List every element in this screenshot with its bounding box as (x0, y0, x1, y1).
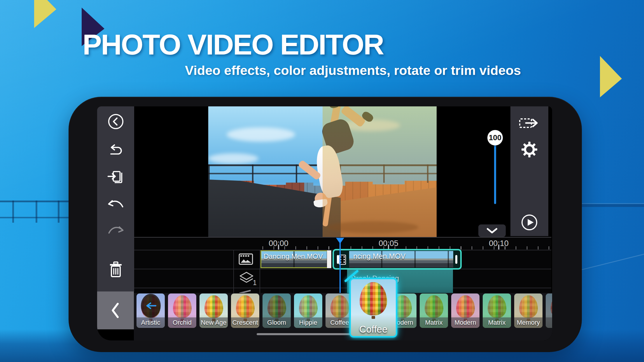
ruler-major-tick (278, 245, 279, 249)
phone-mockup: 100 00:00 00:05 00:10 (69, 97, 582, 352)
delete-button[interactable] (97, 261, 134, 278)
export-icon (519, 115, 540, 131)
audio-track-icon-partial (239, 289, 253, 293)
back-button[interactable] (97, 113, 134, 130)
filter-thumb[interactable]: Crescent (231, 294, 259, 328)
ruler-major-tick (498, 245, 499, 249)
collapse-timeline-button[interactable] (478, 224, 506, 237)
timeline-divider (134, 288, 551, 288)
media-track-icon (235, 252, 258, 267)
preview-cloud (208, 153, 258, 164)
filter-thumb[interactable]: Matrix (420, 294, 448, 328)
zoom-slider-knob[interactable]: 100 (487, 130, 503, 145)
filter-thumb-label: Hippie (294, 317, 322, 328)
zoom-slider-value: 100 (489, 133, 501, 142)
timeline[interactable]: 00:00 00:05 00:10 (134, 237, 551, 293)
filter-thumb[interactable]: Hippie (294, 294, 322, 328)
collapse-filters-icon (110, 302, 121, 319)
selected-filter-label: Coffee (351, 324, 396, 335)
zoom-slider-track[interactable] (494, 145, 496, 204)
filter-thumb-label: Memory (514, 317, 542, 328)
track-header-divider (233, 250, 234, 294)
undo-return-icon (107, 143, 125, 158)
delete-icon (108, 261, 123, 278)
filter-thumb[interactable]: Orchid (168, 294, 196, 328)
redo-button[interactable] (97, 222, 134, 239)
preview-filter-split-overlay (323, 106, 437, 237)
background-parapet (572, 204, 644, 207)
collapse-timeline-icon (487, 228, 498, 234)
page-title: PHOTO VIDEO EDITOR (83, 28, 384, 61)
filter-thumb-label: Gloom (262, 317, 291, 328)
filter-thumb[interactable]: Gloom (262, 294, 291, 328)
promo-screenshot: { "header": { "title": "PHOTO VIDEO EDIT… (0, 0, 644, 362)
background-railing-post (36, 201, 37, 223)
clip-label: Dancing Men.MOV (264, 252, 323, 261)
filter-strip[interactable]: Artistic Orchid New Age (134, 293, 552, 340)
playhead-line (340, 243, 341, 294)
timeline-clip-selected[interactable]: ncing Men.MOV (332, 249, 462, 270)
undo-return-button[interactable] (97, 142, 134, 159)
filter-thumb[interactable]: Memory (514, 294, 542, 328)
filter-thumb-label: New Age (200, 317, 228, 328)
original-arrow-icon (141, 294, 161, 318)
left-toolbar (97, 106, 134, 291)
background-railing-post (12, 201, 14, 223)
filter-thumb-label: Matrix (420, 317, 448, 328)
selected-filter-card[interactable]: Coffee (349, 278, 397, 338)
filter-thumb[interactable]: Modern (451, 294, 480, 328)
undo-button[interactable] (97, 196, 134, 213)
filter-thumb-label (546, 317, 552, 328)
import-button[interactable] (97, 169, 134, 186)
video-preview (208, 106, 437, 237)
filter-thumb-label: Artistic (136, 317, 165, 328)
play-icon (521, 214, 538, 231)
redo-icon (107, 224, 125, 237)
collapse-filters-button[interactable] (97, 291, 134, 329)
filter-thumb-label: Orchid (168, 317, 196, 328)
balloon-graphic (360, 282, 387, 315)
filter-thumb[interactable]: Artistic (136, 294, 165, 328)
clip-trim-handle[interactable] (327, 250, 331, 268)
yellow-triangle-decoration (34, 0, 56, 28)
play-button[interactable] (510, 214, 548, 231)
filter-thumb-label: Modern (451, 317, 480, 328)
page-subtitle: Video effects, color adjustments, rotate… (185, 63, 521, 78)
right-toolbar (510, 106, 548, 236)
clip-left-handle[interactable] (337, 255, 339, 264)
layer-number-badge: 1 (253, 279, 257, 287)
background-railing-post (58, 201, 60, 223)
filter-thumb[interactable] (546, 294, 552, 328)
filter-thumb-label: Crescent (231, 317, 259, 328)
filter-thumb[interactable]: New Age (200, 294, 228, 328)
clip-right-handle[interactable] (455, 255, 457, 264)
settings-button[interactable] (510, 141, 548, 158)
track-header-divider (260, 250, 260, 294)
settings-icon (521, 141, 538, 158)
filter-thumb[interactable]: Matrix (483, 294, 511, 328)
undo-icon (107, 198, 125, 211)
yellow-triangle-decoration (600, 56, 622, 97)
import-icon (107, 169, 125, 186)
filter-thumb-label: Matrix (483, 317, 511, 328)
timeline-clip[interactable]: Dancing Men.MOV (260, 250, 331, 268)
back-circle-icon (107, 113, 124, 130)
app-screen: 100 00:00 00:05 00:10 (97, 106, 552, 340)
export-button[interactable] (510, 115, 548, 131)
clip-label: ncing Men.MOV (353, 252, 405, 261)
